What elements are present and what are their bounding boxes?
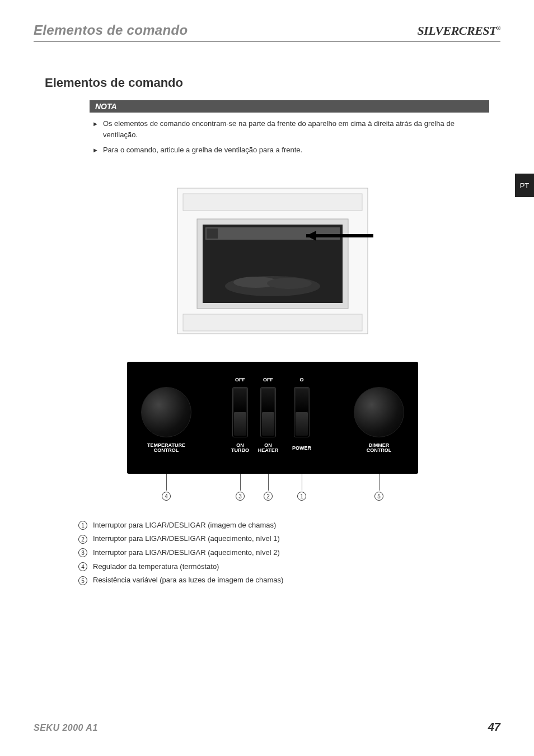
label-text: ON xyxy=(264,442,272,448)
legend-item: 5Resistência variável (para as luzes de … xyxy=(78,573,500,587)
dimmer-label: DIMMERCONTROL xyxy=(351,443,407,454)
bullet-arrow-icon: ► xyxy=(92,146,99,156)
label-text: CONTROL xyxy=(367,447,392,453)
callout-5: 5 xyxy=(374,492,383,501)
bullet-arrow-icon: ► xyxy=(92,119,99,140)
svg-rect-1 xyxy=(183,194,362,211)
off-label: OFF xyxy=(233,377,247,383)
callout-2: 2 xyxy=(264,492,273,501)
legend-text: Interruptor para LIGAR/DESLIGAR (aquecim… xyxy=(93,532,280,546)
language-tab: PT xyxy=(515,174,534,197)
brand-text: SILVERCREST xyxy=(417,24,496,38)
callout-num: 5 xyxy=(374,492,383,501)
svg-rect-5 xyxy=(207,228,218,239)
temperature-dial xyxy=(141,387,191,437)
legend-text: Regulador da temperatura (termóstato) xyxy=(93,560,219,574)
legend-text: Resistência variável (para as luzes de i… xyxy=(93,573,283,587)
legend-text: Interruptor para LIGAR/DESLIGAR (imagem … xyxy=(93,519,276,533)
legend-list: 1Interruptor para LIGAR/DESLIGAR (imagem… xyxy=(78,519,500,587)
model-number: SEKU 2000 A1 xyxy=(34,723,98,733)
dimmer-dial xyxy=(354,387,404,437)
legend-num: 1 xyxy=(78,521,87,530)
o-label: O xyxy=(295,377,308,383)
legend-text: Interruptor para LIGAR/DESLIGAR (aquecim… xyxy=(93,546,280,560)
power-switch xyxy=(294,387,310,437)
off-label: OFF xyxy=(261,377,275,383)
callout-line xyxy=(240,474,241,491)
turbo-switch xyxy=(232,387,248,437)
note-text: Para o comando, articule a grelha de ven… xyxy=(103,144,302,156)
callout-line xyxy=(302,474,302,491)
header-title: Elementos de comando xyxy=(34,22,188,38)
note-item: ► Os elementos de comando encontram-se n… xyxy=(92,118,489,140)
callout-num: 3 xyxy=(236,492,245,501)
legend-num: 2 xyxy=(78,535,87,544)
callout-4: 4 xyxy=(162,492,171,501)
control-panel: OFF OFF O TEMPERATURECONTROL ONTURBO ONH… xyxy=(127,362,418,474)
callouts-row: 4 3 2 1 5 xyxy=(127,474,418,507)
control-panel-figure: OFF OFF O TEMPERATURECONTROL ONTURBO ONH… xyxy=(127,362,418,507)
legend-item: 1Interruptor para LIGAR/DESLIGAR (imagem… xyxy=(78,519,500,533)
legend-num: 4 xyxy=(78,562,87,571)
legend-item: 2Interruptor para LIGAR/DESLIGAR (aqueci… xyxy=(78,532,500,546)
page-number: 47 xyxy=(488,721,500,734)
page-header: Elementos de comando SILVERCREST® xyxy=(34,22,500,42)
label-text: HEATER xyxy=(258,447,278,453)
callout-num: 2 xyxy=(264,492,273,501)
temperature-label: TEMPERATURECONTROL xyxy=(138,443,194,454)
legend-num: 5 xyxy=(78,576,87,585)
heater-switch xyxy=(260,387,276,437)
callout-num: 4 xyxy=(162,492,171,501)
callout-line xyxy=(268,474,269,491)
callout-1: 1 xyxy=(297,492,306,501)
label-text: TEMPERATURE xyxy=(147,442,185,448)
brand-reg: ® xyxy=(496,25,500,31)
label-text: DIMMER xyxy=(369,442,390,448)
turbo-label: ONTURBO xyxy=(229,443,251,454)
note-text: Os elementos de comando encontram-se na … xyxy=(103,118,489,140)
brand-logo: SILVERCREST® xyxy=(417,24,500,38)
power-label: POWER xyxy=(291,446,313,451)
note-header: NOTA xyxy=(90,100,489,113)
legend-num: 3 xyxy=(78,548,87,557)
note-item: ► Para o comando, articule a grelha de v… xyxy=(92,144,489,156)
legend-item: 3Interruptor para LIGAR/DESLIGAR (aqueci… xyxy=(78,546,500,560)
page-footer: SEKU 2000 A1 47 xyxy=(34,721,500,734)
svg-rect-9 xyxy=(183,314,362,331)
legend-item: 4Regulador da temperatura (termóstato) xyxy=(78,560,500,574)
label-text: TURBO xyxy=(231,447,249,453)
fireplace-figure xyxy=(166,183,379,339)
svg-point-8 xyxy=(267,278,312,289)
callout-line xyxy=(379,474,380,491)
svg-rect-4 xyxy=(205,227,340,240)
callout-num: 1 xyxy=(297,492,306,501)
section-title: Elementos de comando xyxy=(45,76,500,90)
callout-3: 3 xyxy=(236,492,245,501)
heater-label: ONHEATER xyxy=(257,443,279,454)
label-text: CONTROL xyxy=(154,447,179,453)
label-text: ON xyxy=(236,442,244,448)
note-body: ► Os elementos de comando encontram-se n… xyxy=(90,113,489,166)
note-block: NOTA ► Os elementos de comando encontram… xyxy=(90,100,489,166)
callout-line xyxy=(166,474,167,491)
